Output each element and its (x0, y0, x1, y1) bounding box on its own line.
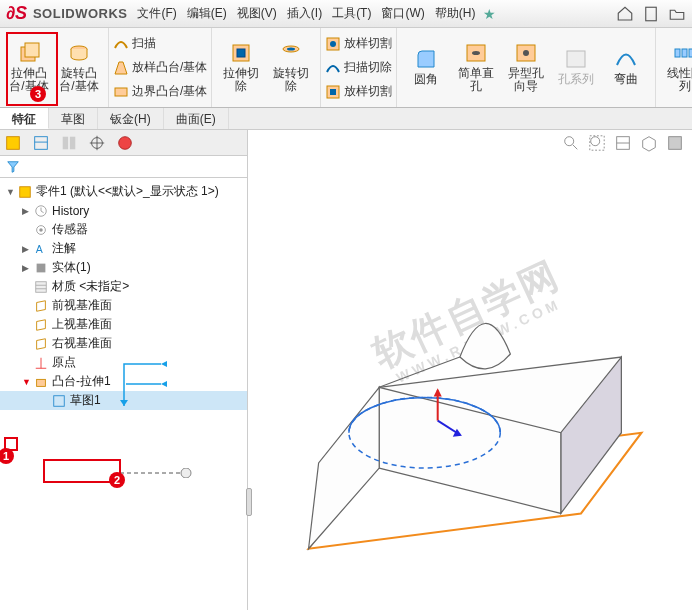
menu-window[interactable]: 窗口(W) (381, 5, 424, 22)
svg-rect-4 (115, 88, 127, 96)
svg-rect-31 (20, 186, 31, 197)
revolve-cut-button[interactable]: 旋转切 除 (266, 30, 316, 104)
svg-point-10 (330, 41, 336, 47)
tree-sketch1[interactable]: 草图1 (0, 391, 247, 410)
tree-solids[interactable]: 实体(1) (0, 258, 247, 277)
svg-rect-18 (675, 49, 680, 57)
menu-file[interactable]: 文件(F) (137, 5, 176, 22)
svg-rect-26 (70, 136, 75, 149)
svg-rect-17 (567, 51, 585, 67)
tab-sketch[interactable]: 草图 (49, 108, 98, 129)
tab-features[interactable]: 特征 (0, 108, 49, 129)
svg-rect-25 (63, 136, 68, 149)
svg-rect-19 (682, 49, 687, 57)
annotation-badge-2: 2 (109, 472, 125, 488)
tree-boss-extrude[interactable]: 凸台-拉伸1 (0, 372, 247, 391)
svg-rect-22 (7, 136, 20, 149)
svg-rect-6 (237, 49, 245, 57)
svg-point-16 (523, 50, 529, 56)
svg-text:A: A (36, 242, 43, 254)
open-folder-icon[interactable] (668, 5, 686, 23)
simple-hole-button[interactable]: 简单直 孔 (451, 30, 501, 104)
tab-surface[interactable]: 曲面(E) (164, 108, 229, 129)
svg-rect-12 (330, 89, 336, 95)
filter-funnel-icon[interactable] (6, 160, 20, 174)
extrude-boss-button[interactable]: 拉伸凸 台/基体 (4, 30, 54, 104)
feature-manager-panel: 零件1 (默认<<默认>_显示状态 1>) History 传感器 A注解 实体… (0, 130, 248, 610)
tree-top-plane[interactable]: 上视基准面 (0, 315, 247, 334)
appearance-icon[interactable] (116, 134, 134, 152)
menu-bar: ∂S SOLIDWORKS 文件(F) 编辑(E) 视图(V) 插入(I) 工具… (0, 0, 692, 28)
fillet-button[interactable]: 圆角 (401, 30, 451, 104)
svg-point-8 (287, 47, 295, 50)
tree-right-plane[interactable]: 右视基准面 (0, 334, 247, 353)
loft-cut2-button[interactable]: 放样切割 (325, 80, 392, 104)
annotation-badge-3: 3 (30, 86, 46, 102)
svg-point-14 (472, 51, 480, 55)
quick-toolbar (616, 5, 686, 23)
svg-rect-36 (37, 263, 46, 272)
tree-sensors[interactable]: 传感器 (0, 220, 247, 239)
menu-view[interactable]: 视图(V) (237, 5, 277, 22)
tree-origin[interactable]: 原点 (0, 353, 247, 372)
feature-tree[interactable]: 零件1 (默认<<默认>_显示状态 1>) History 传感器 A注解 实体… (0, 178, 247, 610)
loft-boss-button[interactable]: 放样凸台/基体 (113, 56, 207, 80)
rollback-bar-icon[interactable] (120, 468, 240, 478)
menu-tools[interactable]: 工具(T) (332, 5, 371, 22)
tree-front-plane[interactable]: 前视基准面 (0, 296, 247, 315)
sweep-cut-button[interactable]: 扫描切除 (325, 56, 392, 80)
model-preview-icon (248, 130, 692, 610)
loft-cut-button[interactable]: 放样切割 (325, 32, 392, 56)
svg-rect-0 (646, 7, 657, 21)
tree-history[interactable]: History (0, 201, 247, 220)
new-doc-icon[interactable] (642, 5, 660, 23)
graphics-viewport[interactable]: 软件自学网 WWW.RJZXW.COM (248, 130, 692, 610)
svg-point-43 (181, 468, 191, 478)
filter-row (0, 156, 247, 178)
logo-icon: ∂S (6, 3, 27, 24)
star-icon[interactable]: ★ (483, 6, 496, 22)
svg-rect-37 (36, 281, 47, 292)
ribbon-toolbar: 拉伸凸 台/基体 旋转凸 台/基体 扫描 放样凸台/基体 边界凸台/基体 拉伸切… (0, 28, 692, 108)
extrude-cut-button[interactable]: 拉伸切 除 (216, 30, 266, 104)
logo-text: SOLIDWORKS (33, 6, 128, 21)
svg-rect-40 (37, 379, 46, 386)
hole-wizard-button[interactable]: 异型孔 向导 (501, 30, 551, 104)
tab-sheetmetal[interactable]: 钣金(H) (98, 108, 164, 129)
svg-point-30 (119, 136, 132, 149)
linear-pattern-button[interactable]: 线性阵 列 (660, 30, 692, 104)
menu-insert[interactable]: 插入(I) (287, 5, 322, 22)
property-icon[interactable] (32, 134, 50, 152)
command-tabs: 特征 草图 钣金(H) 曲面(E) (0, 108, 692, 130)
hole-series-button: 孔系列 (551, 30, 601, 104)
panel-icon-row (0, 130, 247, 156)
curve-button[interactable]: 弯曲 (601, 30, 651, 104)
svg-rect-41 (54, 395, 65, 406)
feature-tree-icon[interactable] (4, 134, 22, 152)
svg-rect-2 (25, 43, 39, 57)
revolve-boss-button[interactable]: 旋转凸 台/基体 (54, 30, 104, 104)
tree-material[interactable]: 材质 <未指定> (0, 277, 247, 296)
config-icon[interactable] (60, 134, 78, 152)
menu-help[interactable]: 帮助(H) (435, 5, 476, 22)
svg-point-34 (39, 228, 43, 232)
boundary-boss-button[interactable]: 边界凸台/基体 (113, 80, 207, 104)
svg-rect-23 (35, 136, 48, 149)
home-icon[interactable] (616, 5, 634, 23)
dimxpert-icon[interactable] (88, 134, 106, 152)
tree-root[interactable]: 零件1 (默认<<默认>_显示状态 1>) (0, 182, 247, 201)
panel-resize-handle[interactable] (246, 488, 252, 516)
tree-annotations[interactable]: A注解 (0, 239, 247, 258)
sweep-button[interactable]: 扫描 (113, 32, 207, 56)
menu-edit[interactable]: 编辑(E) (187, 5, 227, 22)
